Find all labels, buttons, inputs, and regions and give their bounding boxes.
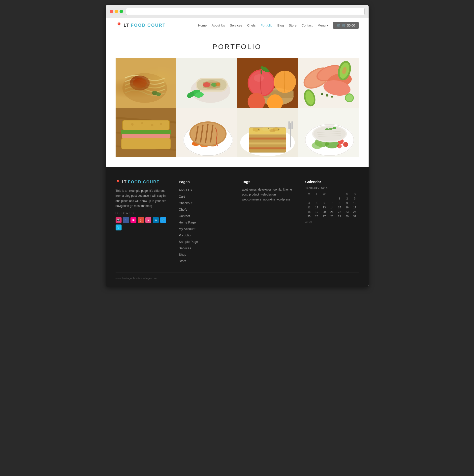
- footer-link-myaccount[interactable]: My Account: [179, 226, 232, 231]
- nav-menu[interactable]: Menu ▾: [317, 24, 328, 27]
- nav-portfolio[interactable]: Portfolio: [261, 24, 273, 27]
- social-google[interactable]: g: [138, 217, 144, 223]
- cal-cell: 11: [305, 205, 313, 210]
- site-logo[interactable]: 📍 LT FOOD COURT: [116, 22, 166, 29]
- svg-point-101: [343, 142, 348, 147]
- footer-link-store[interactable]: Store: [179, 259, 232, 263]
- footer-link-about-us[interactable]: About Us: [179, 188, 192, 192]
- portfolio-item-8[interactable]: [298, 108, 359, 157]
- close-dot[interactable]: [110, 10, 113, 13]
- footer-link-chefs-a[interactable]: Chefs: [179, 208, 187, 211]
- portfolio-item-5[interactable]: [116, 108, 176, 157]
- footer-link-contact-a[interactable]: Contact: [179, 214, 190, 218]
- footer-link-homepage-a[interactable]: Home Page: [179, 221, 196, 224]
- social-linkedin[interactable]: in: [153, 217, 159, 223]
- social-twitter[interactable]: 🐦: [160, 217, 166, 223]
- svg-point-56: [160, 123, 162, 125]
- nav-about[interactable]: About Us: [212, 24, 225, 27]
- footer-link-portfolio-a[interactable]: Portfolio: [179, 233, 191, 237]
- footer-tags-title: Tags: [242, 180, 295, 184]
- svg-rect-0: [116, 58, 176, 108]
- nav-chefs[interactable]: Chefs: [247, 24, 256, 27]
- tag-wordpress[interactable]: wordpress: [277, 198, 290, 201]
- svg-rect-78: [249, 138, 286, 140]
- nav-contact[interactable]: Contact: [301, 24, 313, 27]
- footer-logo-lt: LT: [122, 180, 126, 184]
- tag-woocommerce[interactable]: woocommerce: [242, 198, 261, 201]
- portfolio-item-7[interactable]: [237, 108, 298, 157]
- main-content: PORTFOLIO: [106, 33, 369, 167]
- cal-cell: 8: [336, 201, 343, 205]
- footer-link-contact[interactable]: Contact: [179, 214, 232, 218]
- footer-logo[interactable]: 📍 LT FOOD COURT: [116, 180, 169, 184]
- tag-webdesign[interactable]: web-design: [260, 193, 276, 196]
- cal-cell: 3: [351, 196, 359, 201]
- cal-cell: 5: [313, 201, 320, 205]
- footer-link-chefs[interactable]: Chefs: [179, 207, 232, 212]
- cal-prev-nav[interactable]: « Dec: [305, 221, 359, 224]
- social-instagram[interactable]: 📷: [116, 217, 122, 223]
- footer-link-myaccount-a[interactable]: My Account: [179, 227, 195, 231]
- cal-cell: 12: [313, 205, 320, 210]
- page-title: PORTFOLIO: [116, 43, 359, 51]
- svg-rect-59: [121, 138, 171, 149]
- nav-services[interactable]: Services: [230, 24, 242, 27]
- footer-link-shop[interactable]: Shop: [179, 252, 232, 257]
- cal-cell: 13: [320, 205, 328, 210]
- cal-cell: [320, 196, 328, 201]
- tag-joomla[interactable]: joomla: [273, 188, 282, 191]
- cal-cell: 27: [320, 214, 328, 219]
- calendar-title: Calendar: [305, 180, 359, 184]
- footer-link-checkout-a[interactable]: Checkout: [179, 201, 192, 205]
- footer-calendar-column: Calendar JANUARY 2016 M T W T F S S: [305, 180, 359, 265]
- tag-post[interactable]: post: [242, 193, 248, 196]
- portfolio-item-1[interactable]: [116, 58, 176, 108]
- tag-developer[interactable]: developer: [258, 188, 271, 191]
- tag-wooskins[interactable]: wooskins: [263, 198, 275, 201]
- footer-link-about[interactable]: About Us: [179, 188, 232, 192]
- maximize-dot[interactable]: [120, 10, 123, 13]
- nav-home[interactable]: Home: [198, 24, 207, 27]
- footer-link-store-a[interactable]: Store: [179, 259, 187, 263]
- footer-link-samplepage[interactable]: Sample Page: [179, 239, 232, 244]
- nav-store[interactable]: Store: [289, 24, 296, 27]
- portfolio-item-2[interactable]: [176, 58, 237, 108]
- social-vimeo[interactable]: V: [116, 224, 122, 230]
- footer-link-portfolio[interactable]: Portfolio: [179, 233, 232, 237]
- footer-link-cart[interactable]: Cart: [179, 194, 232, 199]
- tag-ltheme[interactable]: ltheme: [283, 188, 292, 191]
- portfolio-item-3[interactable]: [237, 58, 298, 108]
- social-dribbble[interactable]: ●: [145, 217, 151, 223]
- svg-point-54: [141, 122, 143, 124]
- svg-rect-80: [249, 147, 286, 149]
- footer-link-shop-a[interactable]: Shop: [179, 253, 186, 256]
- footer-link-checkout[interactable]: Checkout: [179, 201, 232, 205]
- svg-point-2: [130, 76, 150, 90]
- svg-rect-88: [289, 121, 290, 129]
- tag-product[interactable]: product: [249, 193, 259, 196]
- social-facebook[interactable]: f: [123, 217, 129, 223]
- calendar-table: M T W T F S S: [305, 192, 359, 219]
- footer-link-services[interactable]: Services: [179, 246, 232, 250]
- svg-rect-51: [122, 120, 169, 130]
- tag-agethemes[interactable]: agethemes: [242, 188, 257, 191]
- address-bar[interactable]: [126, 8, 365, 15]
- portfolio-item-6[interactable]: [176, 108, 237, 157]
- cal-cell: 6: [320, 201, 328, 205]
- footer-tags-column: Tags agethemes developer joomla ltheme p…: [242, 180, 295, 265]
- nav-blog[interactable]: Blog: [277, 24, 284, 27]
- footer-link-services-a[interactable]: Services: [179, 246, 191, 250]
- footer-link-samplepage-a[interactable]: Sample Page: [179, 240, 198, 244]
- svg-point-42: [346, 94, 353, 101]
- cal-cell: 25: [305, 214, 313, 219]
- minimize-dot[interactable]: [115, 10, 118, 13]
- cart-button[interactable]: 🛒 🛒 $0.00: [333, 22, 358, 29]
- svg-point-4: [152, 91, 158, 95]
- portfolio-item-4[interactable]: [298, 58, 359, 108]
- cal-cell: [313, 196, 320, 201]
- cal-cell: 19: [313, 210, 320, 214]
- social-flickr[interactable]: ◉: [130, 217, 136, 223]
- footer-link-homepage[interactable]: Home Page: [179, 220, 232, 224]
- footer-link-cart-a[interactable]: Cart: [179, 195, 185, 198]
- cal-header-t2: T: [328, 192, 336, 196]
